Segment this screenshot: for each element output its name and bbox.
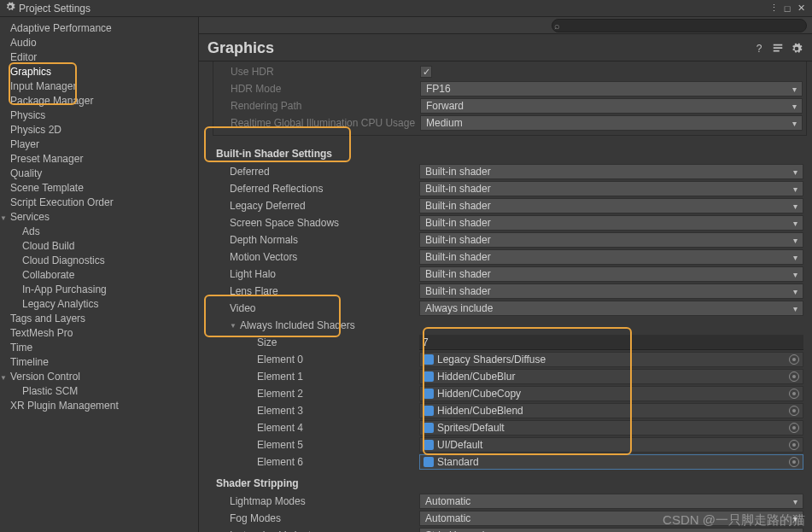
element-label: Element 1 (216, 371, 419, 383)
object-picker-icon[interactable] (789, 457, 799, 467)
element-label-selected: Element 6 (216, 456, 419, 468)
row-label: Screen Space Shadows (216, 217, 419, 229)
shader-icon (424, 423, 434, 433)
instancing-dropdown[interactable]: Strip Unused (419, 528, 803, 532)
sidebar-item-editor[interactable]: Editor (10, 50, 198, 64)
row-label: Lens Flare (216, 285, 419, 297)
sidebar-item[interactable]: Audio (10, 35, 198, 50)
hdr-mode-dropdown[interactable]: FP16 (420, 81, 803, 96)
element-label: Element 5 (216, 439, 419, 451)
rgi-label: Realtime Global Illumination CPU Usage (217, 117, 420, 129)
object-picker-icon[interactable] (789, 423, 799, 433)
help-icon[interactable]: ? (752, 42, 766, 56)
window-menu-icon[interactable]: ⋮ (768, 3, 780, 15)
object-picker-icon[interactable] (789, 354, 799, 365)
sidebar-item-graphics[interactable]: Graphics (10, 64, 198, 79)
row-label: Motion Vectors (216, 251, 419, 263)
window-title: Project Settings (19, 3, 768, 15)
shader-icon (424, 389, 434, 399)
fog-label: Fog Modes (216, 512, 419, 524)
video-label: Video (216, 302, 419, 314)
sidebar-item[interactable]: XR Plugin Management (10, 398, 198, 412)
shader-dropdown[interactable]: Built-in shader (419, 198, 803, 213)
sidebar-item[interactable]: Timeline (10, 354, 198, 369)
search-input[interactable] (552, 19, 807, 32)
hdr-mode-label: HDR Mode (217, 83, 420, 95)
shader-object-field[interactable]: UI/Default (419, 437, 803, 453)
sidebar-item[interactable]: Physics 2D (10, 122, 198, 137)
render-path-label: Rendering Path (217, 100, 420, 112)
settings-sidebar: Adaptive Performance Audio Editor Graphi… (0, 17, 199, 532)
sidebar-services[interactable]: Services (0, 209, 198, 224)
size-input[interactable] (419, 335, 803, 350)
page-title: Graphics (207, 39, 752, 57)
object-picker-icon[interactable] (789, 389, 799, 399)
object-picker-icon[interactable] (789, 440, 799, 450)
lightmap-dropdown[interactable]: Automatic (419, 494, 803, 509)
gear-icon (5, 2, 15, 15)
sidebar-item[interactable]: Physics (10, 108, 198, 122)
sidebar-item[interactable]: Cloud Diagnostics (10, 253, 198, 267)
sidebar-item[interactable]: Input Manager (10, 79, 198, 93)
sidebar-item[interactable]: Cloud Build (10, 238, 198, 253)
sidebar-item[interactable]: In-App Purchasing (10, 282, 198, 296)
sidebar-item[interactable]: Adaptive Performance (10, 20, 198, 35)
render-path-dropdown[interactable]: Forward (420, 98, 803, 114)
sidebar-item[interactable]: Tags and Layers (10, 311, 198, 325)
settings-menu-icon[interactable] (790, 42, 803, 56)
shader-dropdown[interactable]: Built-in shader (419, 249, 803, 265)
shader-icon (424, 457, 434, 467)
sidebar-item[interactable]: Package Manager (10, 93, 198, 108)
preset-icon[interactable] (771, 42, 785, 56)
sidebar-vc[interactable]: Version Control (0, 369, 198, 383)
builtin-shader-section: Built-in Shader Settings (216, 141, 803, 163)
object-picker-icon[interactable] (789, 406, 799, 416)
shader-object-field[interactable]: Hidden/CubeBlend (419, 403, 803, 418)
use-hdr-checkbox[interactable]: ✓ (420, 66, 432, 78)
sidebar-item[interactable]: Ads (10, 224, 198, 238)
lightmap-label: Lightmap Modes (216, 495, 419, 507)
sidebar-item[interactable]: Quality (10, 166, 198, 180)
shader-dropdown[interactable]: Built-in shader (419, 232, 803, 248)
sidebar-item[interactable]: Scene Template (10, 180, 198, 195)
row-label: Depth Normals (216, 234, 419, 246)
shader-dropdown[interactable]: Built-in shader (419, 181, 803, 196)
shader-object-field[interactable]: Legacy Shaders/Diffuse (419, 352, 803, 367)
shader-icon (424, 371, 434, 382)
sidebar-item[interactable]: Time (10, 340, 198, 354)
sidebar-item[interactable]: Preset Manager (10, 151, 198, 166)
shader-object-field[interactable]: Standard (419, 454, 803, 470)
row-label: Light Halo (216, 268, 419, 280)
sidebar-item[interactable]: Plastic SCM (10, 383, 198, 398)
element-label: Element 3 (216, 405, 419, 417)
sidebar-item[interactable]: Collaborate (10, 267, 198, 282)
shader-dropdown[interactable]: Built-in shader (419, 164, 803, 179)
row-label: Deferred Reflections (216, 183, 419, 195)
sidebar-item[interactable]: Legacy Analytics (10, 296, 198, 311)
sidebar-item[interactable]: TextMesh Pro (10, 325, 198, 340)
window-maximize-icon[interactable]: □ (781, 3, 793, 15)
window-close-icon[interactable]: ✕ (795, 3, 807, 15)
row-label: Deferred (216, 166, 419, 178)
always-included-foldout[interactable]: Always Included Shaders (216, 319, 419, 331)
row-label: Legacy Deferred (216, 200, 419, 212)
shader-dropdown[interactable]: Built-in shader (419, 284, 803, 299)
shader-dropdown[interactable]: Built-in shader (419, 215, 803, 231)
shader-object-field[interactable]: Sprites/Default (419, 420, 803, 436)
shader-stripping-section: Shader Stripping (216, 471, 803, 493)
sidebar-item[interactable]: Script Execution Order (10, 195, 198, 209)
object-picker-icon[interactable] (789, 371, 799, 382)
video-dropdown[interactable]: Always include (419, 301, 803, 316)
element-label: Element 4 (216, 422, 419, 434)
fog-dropdown[interactable]: Automatic (419, 511, 803, 526)
shader-icon (424, 406, 434, 416)
size-label: Size (216, 336, 419, 348)
shader-icon (424, 440, 434, 450)
search-icon: ⌕ (554, 20, 560, 31)
element-label: Element 0 (216, 354, 419, 365)
shader-dropdown[interactable]: Built-in shader (419, 266, 803, 282)
sidebar-item[interactable]: Player (10, 137, 198, 151)
shader-object-field[interactable]: Hidden/CubeBlur (419, 369, 803, 384)
shader-object-field[interactable]: Hidden/CubeCopy (419, 386, 803, 401)
rgi-dropdown[interactable]: Medium (420, 115, 803, 131)
